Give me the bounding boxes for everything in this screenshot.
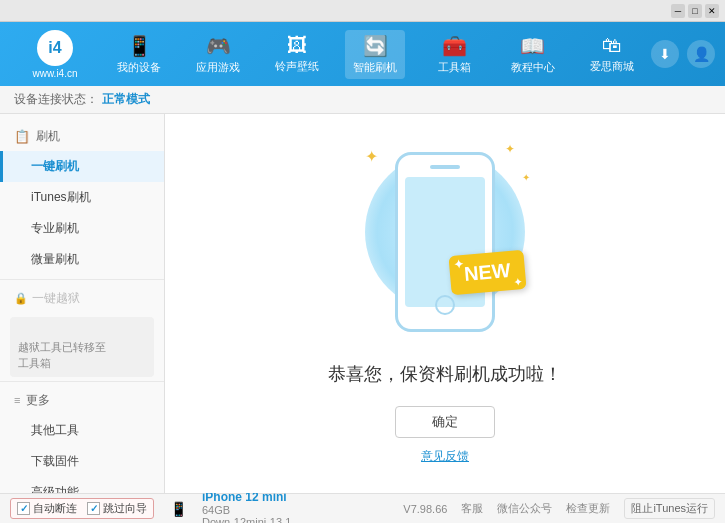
phone-illustration: ✦ ✦ ✦ ✦ NEW ✦: [355, 142, 535, 342]
badge-star-left: ✦: [453, 257, 464, 272]
toolbox-icon: 🧰: [442, 34, 467, 58]
wechat-public-link[interactable]: 微信公众号: [497, 501, 552, 516]
sidebar-item-pro-flash[interactable]: 专业刷机: [0, 213, 164, 244]
nav-app-game[interactable]: 🎮 应用游戏: [188, 30, 248, 79]
maximize-button[interactable]: □: [688, 4, 702, 18]
nav-shop-label: 爱思商城: [590, 59, 634, 74]
logo-url: www.i4.cn: [32, 68, 77, 79]
nav-app-game-label: 应用游戏: [196, 60, 240, 75]
nav-wallpaper-label: 铃声壁纸: [275, 59, 319, 74]
nav-wallpaper[interactable]: 🖼 铃声壁纸: [267, 30, 327, 78]
nav-smart-flash[interactable]: 🔄 智能刷机: [345, 30, 405, 79]
phone-speaker: [430, 165, 460, 169]
nav-my-device-label: 我的设备: [117, 60, 161, 75]
sidebar-item-other-tools[interactable]: 其他工具: [0, 415, 164, 446]
download-button[interactable]: ⬇: [651, 40, 679, 68]
nav-tutorial-label: 教程中心: [511, 60, 555, 75]
my-device-icon: 📱: [127, 34, 152, 58]
app-game-icon: 🎮: [206, 34, 231, 58]
version-label: V7.98.66: [403, 503, 447, 515]
sidebar-section-flash: 📋 刷机: [0, 122, 164, 151]
status-bar: 设备连接状态： 正常模式: [0, 86, 725, 114]
minimize-button[interactable]: ─: [671, 4, 685, 18]
stop-itunes-button[interactable]: 阻止iTunes运行: [624, 498, 715, 519]
new-badge: ✦ NEW ✦: [449, 250, 527, 295]
sparkle-1: ✦: [365, 147, 378, 166]
shop-icon: 🛍: [602, 34, 622, 57]
flash-section-icon: 📋: [14, 129, 30, 144]
nav-smart-flash-label: 智能刷机: [353, 60, 397, 75]
skip-wizard-checkbox-box[interactable]: ✓: [87, 502, 100, 515]
sidebar-divider: [0, 279, 164, 280]
more-section-label: 更多: [26, 392, 50, 409]
logo-icon: i4: [37, 30, 73, 66]
header: i4 www.i4.cn 📱 我的设备 🎮 应用游戏 🖼 铃声壁纸 🔄 智能刷机…: [0, 22, 725, 86]
confirm-button[interactable]: 确定: [395, 406, 495, 438]
badge-star-right: ✦: [513, 276, 522, 288]
sidebar-item-download-firmware[interactable]: 下载固件: [0, 446, 164, 477]
bottom-left-area: ✓ 自动断连 ✓ 跳过向导 📱 iPhone 12 mini 64GB Down…: [10, 490, 291, 524]
sidebar-section-more: ≡ 更多: [0, 386, 164, 415]
sparkle-3: ✦: [522, 172, 530, 183]
more-section-icon: ≡: [14, 394, 20, 406]
device-storage: 64GB: [202, 504, 291, 516]
auto-disconnect-checkbox-box[interactable]: ✓: [17, 502, 30, 515]
user-icon: 👤: [693, 46, 710, 62]
nav-toolbox[interactable]: 🧰 工具箱: [424, 30, 484, 79]
device-model: Down-12mini-13,1: [202, 516, 291, 524]
success-title: 恭喜您，保资料刷机成功啦！: [328, 362, 562, 386]
device-info: iPhone 12 mini 64GB Down-12mini-13,1: [202, 490, 291, 524]
tutorial-icon: 📖: [520, 34, 545, 58]
bottom-right-area: V7.98.66 客服 微信公众号 检查更新 阻止iTunes运行: [403, 498, 715, 519]
close-button[interactable]: ✕: [705, 4, 719, 18]
skip-wizard-checkbox[interactable]: ✓ 跳过向导: [87, 501, 147, 516]
customer-service-link[interactable]: 客服: [461, 501, 483, 516]
smart-flash-icon: 🔄: [363, 34, 388, 58]
nav-bar: 📱 我的设备 🎮 应用游戏 🖼 铃声壁纸 🔄 智能刷机 🧰 工具箱 📖 教程中心…: [100, 30, 651, 79]
nav-my-device[interactable]: 📱 我的设备: [109, 30, 169, 79]
auto-disconnect-label: 自动断连: [33, 501, 77, 516]
sparkle-2: ✦: [505, 142, 515, 156]
sidebar-divider-2: [0, 381, 164, 382]
sidebar-item-jailbreak: 🔒 一键越狱: [0, 284, 164, 313]
flash-section-label: 刷机: [36, 128, 60, 145]
sidebar: 📋 刷机 一键刷机 iTunes刷机 专业刷机 微量刷机 🔒 一键越狱 越狱工具…: [0, 114, 165, 493]
auto-disconnect-checkbox[interactable]: ✓ 自动断连: [17, 501, 77, 516]
main-area: 📋 刷机 一键刷机 iTunes刷机 专业刷机 微量刷机 🔒 一键越狱 越狱工具…: [0, 114, 725, 493]
connection-status-value: 正常模式: [102, 91, 150, 108]
user-button[interactable]: 👤: [687, 40, 715, 68]
check-update-link[interactable]: 检查更新: [566, 501, 610, 516]
content-area: ✦ ✦ ✦ ✦ NEW ✦ 恭喜您，保资料刷机成功啦！ 确定 意见反馈: [165, 114, 725, 493]
feedback-link[interactable]: 意见反馈: [421, 448, 469, 465]
nav-shop[interactable]: 🛍 爱思商城: [582, 30, 642, 78]
skip-wizard-label: 跳过向导: [103, 501, 147, 516]
sidebar-item-wipe-flash[interactable]: 微量刷机: [0, 244, 164, 275]
nav-toolbox-label: 工具箱: [438, 60, 471, 75]
bottom-bar: ✓ 自动断连 ✓ 跳过向导 📱 iPhone 12 mini 64GB Down…: [0, 493, 725, 523]
titlebar: ─ □ ✕: [0, 0, 725, 22]
wallpaper-icon: 🖼: [287, 34, 307, 57]
phone-home-button: [435, 295, 455, 315]
logo-area: i4 www.i4.cn: [10, 30, 100, 79]
sidebar-notice: 越狱工具已转移至 工具箱: [10, 317, 154, 377]
download-icon: ⬇: [659, 46, 671, 62]
sidebar-item-one-key-flash[interactable]: 一键刷机: [0, 151, 164, 182]
phone-body: [395, 152, 495, 332]
sidebar-item-itunes-flash[interactable]: iTunes刷机: [0, 182, 164, 213]
device-icon: 📱: [170, 501, 187, 517]
nav-tutorial[interactable]: 📖 教程中心: [503, 30, 563, 79]
connection-status-label: 设备连接状态：: [14, 91, 98, 108]
lock-icon: 🔒: [14, 292, 28, 305]
header-right-actions: ⬇ 👤: [651, 40, 715, 68]
